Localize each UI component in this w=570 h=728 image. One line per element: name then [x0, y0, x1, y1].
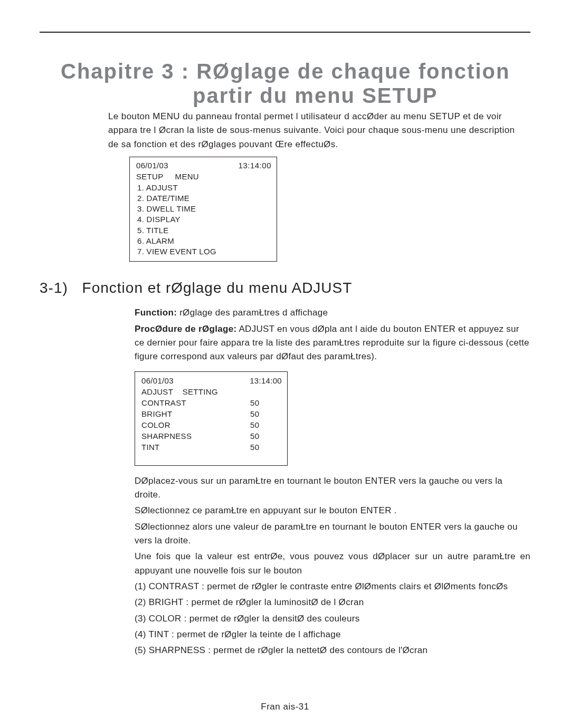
- function-text: rØglage des paramŁtres d affichage: [177, 308, 328, 318]
- osd-item: 5. TITLE: [137, 225, 271, 236]
- osd2-time: 13:14:00: [250, 375, 282, 386]
- section-title: Fonction et rØglage du menu ADJUST: [82, 280, 353, 296]
- chapter-title: Chapitre 3 : RØglage de chaque fonction …: [61, 59, 530, 108]
- body-line: (4) TINT : permet de rØgler la teinte de…: [135, 628, 530, 641]
- chapter-line2: partir du menu SETUP: [193, 83, 530, 108]
- osd2-row-label: COLOR: [141, 419, 250, 430]
- osd2-row-label: BRIGHT: [141, 408, 250, 419]
- procedure-label: ProcØdure de rØglage:: [135, 324, 236, 334]
- function-label: Function:: [135, 308, 177, 318]
- osd2-date: 06/01/03: [141, 375, 250, 386]
- body-line: (5) SHARPNESS : permet de rØgler la nett…: [135, 644, 530, 657]
- body-line: (3) COLOR : permet de rØgler la densitØ …: [135, 612, 530, 626]
- body-line: DØplacez-vous sur un paramŁtre en tourna…: [135, 474, 530, 502]
- osd-title-b: MENU: [175, 172, 199, 181]
- osd2-title-a: ADJUST: [141, 387, 173, 396]
- body-line: SØlectionnez ce paramŁtre en appuyant su…: [135, 504, 530, 518]
- osd-item: 3. DWELL TIME: [137, 204, 271, 214]
- body-line: (2) BRIGHT : permet de rØgler la luminos…: [135, 596, 530, 609]
- intro-paragraph: Le bouton MENU du panneau frontal permet…: [108, 110, 525, 151]
- osd-item: 4. DISPLAY: [137, 214, 271, 225]
- chapter-line1: Chapitre 3 : RØglage de chaque fonction: [61, 60, 510, 83]
- osd-item: 6. ALARM: [137, 236, 271, 246]
- osd-item: 7. VIEW EVENT LOG: [137, 246, 271, 257]
- osd2-row-label: CONTRAST: [141, 397, 250, 408]
- osd-setup-menu: 06/01/03 13:14:00 SETUP MENU 1. ADJUST 2…: [129, 157, 277, 262]
- osd-time: 13:14:00: [239, 160, 271, 171]
- osd2-row-label: TINT: [141, 442, 250, 453]
- osd2-row-label: SHARPNESS: [141, 430, 250, 442]
- body-line: SØlectionnez alors une valeur de paramŁt…: [135, 520, 530, 548]
- page-number: Fran ais-31: [0, 702, 570, 712]
- osd-date: 06/01/03: [136, 160, 168, 171]
- top-rule: [40, 32, 530, 33]
- osd2-row-val: 50: [250, 442, 282, 453]
- section-number: 3-1): [40, 280, 68, 296]
- section-heading: 3-1) Fonction et rØglage du menu ADJUST: [40, 280, 530, 296]
- osd2-row-val: 50: [250, 397, 282, 408]
- osd2-row-val: 50: [250, 419, 282, 430]
- osd2-row-val: 50: [250, 408, 282, 419]
- osd-item: 2. DATE/TIME: [137, 193, 271, 204]
- osd-item: 1. ADJUST: [137, 183, 271, 193]
- osd-title-a: SETUP: [136, 172, 163, 181]
- body-line: Une fois que la valeur est entrØe, vous …: [135, 550, 530, 578]
- body-line: (1) CONTRAST : permet de rØgler le contr…: [135, 580, 530, 593]
- osd2-title-b: SETTING: [183, 387, 218, 396]
- osd-adjust-setting: 06/01/03 13:14:00 ADJUST SETTING CONTRAS…: [135, 371, 288, 466]
- osd2-row-val: 50: [250, 430, 282, 442]
